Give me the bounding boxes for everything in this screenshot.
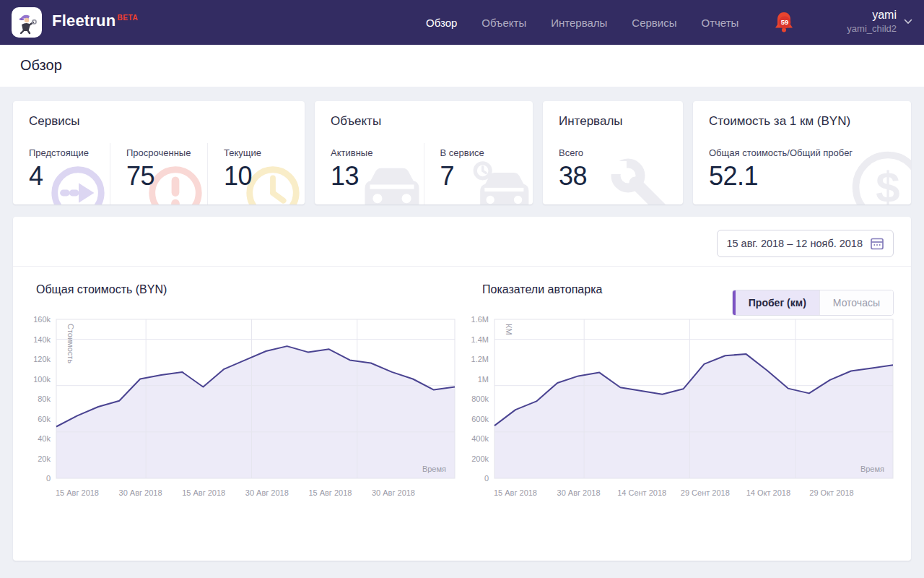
svg-text:140k: 140k: [33, 335, 51, 344]
main-nav: Обзор Объекты Интервалы Сервисы Отчеты: [426, 0, 738, 45]
user-name: yami: [847, 8, 897, 22]
svg-text:200k: 200k: [471, 454, 489, 463]
svg-text:400k: 400k: [471, 434, 489, 443]
cost-per-km-card: Стоимость за 1 км (BYN) Общая стоимость/…: [693, 101, 911, 204]
charts-panel: 15 авг. 2018 – 12 нояб. 2018 Общая стоим…: [13, 217, 911, 561]
nav-item-overview[interactable]: Обзор: [426, 17, 457, 29]
svg-text:120k: 120k: [33, 355, 51, 363]
svg-text:Стоимость: Стоимость: [66, 324, 75, 363]
card-title: Интервалы: [543, 101, 683, 129]
card-title: Объекты: [315, 101, 533, 129]
calendar-icon: [870, 236, 884, 251]
svg-text:КМ: КМ: [505, 324, 513, 335]
metric-tabs: Пробег (км) Моточасы: [732, 290, 894, 316]
svg-text:Время: Время: [422, 465, 446, 473]
svg-text:14 Окт 2018: 14 Окт 2018: [746, 488, 790, 497]
chart-title: Общая стоимость (BYN): [36, 283, 465, 298]
stat-cards-row: Сервисы Предстоящие 4 Просроченные 75: [13, 101, 911, 204]
tab-engine-hours[interactable]: Моточасы: [819, 290, 893, 315]
stat-intervals-total: Всего 38: [543, 143, 683, 204]
svg-text:1.6M: 1.6M: [471, 315, 489, 324]
brand-title: FleetrunBETA: [52, 12, 138, 30]
svg-text:100k: 100k: [33, 375, 51, 384]
svg-text:15 Авг 2018: 15 Авг 2018: [308, 488, 352, 497]
stat-units-in-service: В сервисе 7: [424, 143, 533, 204]
svg-text:29 Сент 2018: 29 Сент 2018: [681, 488, 730, 497]
svg-text:160k: 160k: [33, 315, 51, 324]
svg-text:1.2M: 1.2M: [471, 355, 489, 363]
fleetrun-logo[interactable]: [12, 7, 42, 38]
svg-text:800k: 800k: [471, 394, 489, 403]
svg-text:30 Авг 2018: 30 Авг 2018: [245, 488, 289, 497]
fleet-metrics-chart[interactable]: 0200k400k600k800k1M1.2M1.4M1.6M15 Авг 20…: [469, 309, 911, 504]
chevron-down-icon: [904, 19, 912, 25]
intervals-card: Интервалы Всего 38: [543, 101, 683, 204]
bell-icon: 59: [772, 10, 796, 36]
date-range-picker[interactable]: 15 авг. 2018 – 12 нояб. 2018: [717, 230, 894, 257]
nav-item-services[interactable]: Сервисы: [632, 17, 676, 29]
panel-divider: [13, 266, 911, 267]
svg-text:600k: 600k: [471, 415, 489, 423]
svg-text:0: 0: [46, 474, 51, 483]
card-title: Сервисы: [13, 101, 305, 129]
stat-cost-per-km: Общая стоимость/Общий пробег 52.1 $: [693, 143, 911, 204]
svg-text:1.4M: 1.4M: [471, 335, 489, 344]
svg-text:80k: 80k: [38, 394, 51, 403]
navbar: FleetrunBETA Обзор Объекты Интервалы Сер…: [0, 0, 924, 45]
svg-text:30 Авг 2018: 30 Авг 2018: [557, 488, 601, 497]
svg-text:20k: 20k: [38, 454, 51, 463]
svg-text:29 Окт 2018: 29 Окт 2018: [809, 488, 853, 497]
svg-text:15 Авг 2018: 15 Авг 2018: [182, 488, 225, 497]
svg-text:15 Авг 2018: 15 Авг 2018: [56, 488, 99, 497]
stat-overdue: Просроченные 75: [110, 143, 207, 204]
notification-count: 59: [781, 18, 789, 26]
mechanic-mascot-icon: [14, 10, 39, 35]
beta-badge: BETA: [117, 14, 138, 22]
stat-upcoming: Предстоящие 4: [13, 143, 110, 204]
svg-text:60k: 60k: [38, 415, 51, 423]
fleet-metrics-chart-block: Показатели автопарка Пробег (км) Моточас…: [469, 273, 911, 504]
tab-mileage[interactable]: Пробег (км): [736, 290, 819, 315]
nav-item-reports[interactable]: Отчеты: [702, 17, 739, 29]
user-account: yami_child2: [847, 22, 897, 35]
svg-text:0: 0: [484, 474, 489, 483]
notifications-bell[interactable]: 59: [772, 10, 796, 36]
svg-text:40k: 40k: [38, 434, 51, 443]
total-cost-chart[interactable]: 020k40k60k80k100k120k140k160k15 Авг 2018…: [17, 309, 465, 504]
page-header: Обзор: [0, 45, 924, 87]
svg-text:1M: 1M: [478, 375, 489, 384]
nav-item-intervals[interactable]: Интервалы: [551, 17, 607, 29]
svg-text:30 Авг 2018: 30 Авг 2018: [119, 488, 162, 497]
svg-text:Время: Время: [860, 465, 884, 473]
total-cost-chart-block: Общая стоимость (BYN) 020k40k60k80k100k1…: [17, 273, 465, 504]
svg-text:14 Сент 2018: 14 Сент 2018: [617, 488, 666, 497]
nav-item-units[interactable]: Объекты: [481, 17, 526, 29]
svg-text:15 Авг 2018: 15 Авг 2018: [494, 488, 537, 497]
stat-current: Текущие 10: [207, 143, 305, 204]
date-range-label: 15 авг. 2018 – 12 нояб. 2018: [726, 238, 863, 249]
units-card: Объекты Активные 13 В сервисе 7: [315, 101, 533, 204]
page-title: Обзор: [20, 57, 62, 74]
user-menu[interactable]: yami yami_child2: [847, 8, 897, 35]
svg-text:30 Авг 2018: 30 Авг 2018: [372, 488, 415, 497]
services-card: Сервисы Предстоящие 4 Просроченные 75: [13, 101, 305, 204]
stat-active-units: Активные 13: [315, 143, 424, 204]
card-title: Стоимость за 1 км (BYN): [693, 101, 911, 129]
